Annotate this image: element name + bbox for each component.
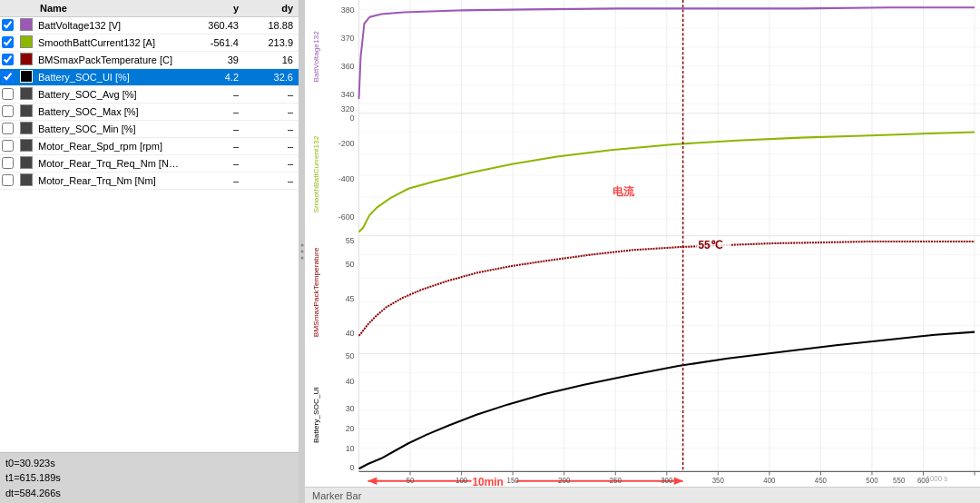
svg-text:BattVoltage132: BattVoltage132 xyxy=(312,31,320,83)
signal-name: Battery_SOC_Avg [%] xyxy=(38,89,179,100)
svg-text:BMSmaxPackTemperature: BMSmaxPackTemperature xyxy=(312,247,320,337)
signal-name: Motor_Rear_Trq_Req_Nm [Nm] xyxy=(38,158,179,169)
header-y: y xyxy=(179,2,242,15)
signal-y-value: – xyxy=(179,141,242,152)
svg-text:-200: -200 xyxy=(338,139,355,148)
svg-text:350: 350 xyxy=(712,477,725,485)
svg-text:400: 400 xyxy=(763,477,776,485)
signal-color-box xyxy=(20,139,33,152)
signal-dy-value: 18.88 xyxy=(242,20,297,31)
table-row[interactable]: SmoothBattCurrent132 [A]-561.4213.9 xyxy=(0,35,299,52)
signal-table: BattVoltage132 [V]360.4318.88SmoothBattC… xyxy=(0,17,299,452)
svg-text:360: 360 xyxy=(341,62,355,71)
svg-text:10min: 10min xyxy=(473,476,504,487)
svg-text:-600: -600 xyxy=(338,212,355,222)
table-header: Name y dy xyxy=(0,0,299,17)
signal-dy-value: – xyxy=(242,106,297,117)
table-row[interactable]: Battery_SOC_Avg [%]–– xyxy=(0,86,299,104)
signal-checkbox[interactable] xyxy=(2,71,14,83)
signal-y-value: – xyxy=(179,175,242,186)
signal-checkbox[interactable] xyxy=(2,54,14,65)
signal-checkbox[interactable] xyxy=(2,174,14,186)
status-panel: t0=30.923s t1=615.189s dt=584.266s xyxy=(0,452,299,504)
header-color xyxy=(20,2,38,15)
signal-dy-value: – xyxy=(242,141,297,152)
svg-text:10: 10 xyxy=(346,443,355,452)
chart-area: 380 370 360 340 320 0 -200 -400 -600 55 … xyxy=(305,0,980,503)
chart-svg-container[interactable]: 380 370 360 340 320 0 -200 -400 -600 55 … xyxy=(305,0,980,487)
signal-color-box xyxy=(20,35,33,48)
signal-checkbox[interactable] xyxy=(2,19,14,31)
signal-name: Battery_SOC_UI [%] xyxy=(38,72,179,83)
signal-checkbox[interactable] xyxy=(2,36,14,48)
signal-dy-value: 16 xyxy=(242,54,297,65)
signal-dy-value: – xyxy=(242,158,297,169)
signal-dy-value: 213.9 xyxy=(242,37,297,48)
signal-color-box xyxy=(20,70,33,83)
signal-color-box xyxy=(20,173,33,186)
table-row[interactable]: Battery_SOC_UI [%]4.232.6 xyxy=(0,69,299,86)
svg-text:30: 30 xyxy=(346,404,355,413)
svg-text:SmoothBattCurrent132: SmoothBattCurrent132 xyxy=(312,135,320,212)
table-row[interactable]: Battery_SOC_Max [%]–– xyxy=(0,104,299,121)
signal-y-value: – xyxy=(179,123,242,134)
svg-text:320: 320 xyxy=(341,104,355,113)
svg-text:50: 50 xyxy=(346,260,355,269)
svg-text:1000 s: 1000 s xyxy=(926,475,947,483)
svg-text:370: 370 xyxy=(341,33,355,42)
svg-text:500: 500 xyxy=(866,477,878,485)
signal-dy-value: – xyxy=(242,89,297,100)
svg-text:55℃: 55℃ xyxy=(699,239,723,252)
table-row[interactable]: Motor_Rear_Trq_Nm [Nm]–– xyxy=(0,173,299,190)
svg-text:340: 340 xyxy=(341,90,355,99)
header-dy: dy xyxy=(242,2,297,15)
header-name: Name xyxy=(38,2,179,15)
header-check xyxy=(2,2,20,15)
signal-color-box xyxy=(20,122,33,134)
signal-dy-value: – xyxy=(242,123,297,134)
svg-text:0: 0 xyxy=(350,463,355,472)
signal-color-box xyxy=(20,156,33,169)
signal-checkbox[interactable] xyxy=(2,88,14,100)
svg-text:50: 50 xyxy=(407,477,415,485)
svg-text:450: 450 xyxy=(815,477,828,485)
signal-name: SmoothBattCurrent132 [A] xyxy=(38,37,179,48)
status-t0: t0=30.923s xyxy=(5,456,293,471)
svg-text:55: 55 xyxy=(346,236,355,245)
svg-text:150: 150 xyxy=(507,477,520,485)
svg-rect-3 xyxy=(305,0,980,487)
table-row[interactable]: BMSmaxPackTemperature [C]3916 xyxy=(0,52,299,69)
signal-checkbox[interactable] xyxy=(2,105,14,117)
marker-bar-label: Marker Bar xyxy=(312,490,361,501)
signal-name: BMSmaxPackTemperature [C] xyxy=(38,54,179,65)
signal-name: Battery_SOC_Max [%] xyxy=(38,106,179,117)
svg-text:300: 300 xyxy=(661,477,673,485)
signal-y-value: 39 xyxy=(179,54,242,65)
svg-point-2 xyxy=(301,257,304,260)
status-t1: t1=615.189s xyxy=(5,470,293,486)
signal-checkbox[interactable] xyxy=(2,140,14,152)
signal-checkbox[interactable] xyxy=(2,123,14,134)
signal-checkbox[interactable] xyxy=(2,157,14,169)
svg-text:-400: -400 xyxy=(338,174,355,183)
signal-y-value: 4.2 xyxy=(179,72,242,83)
signal-y-value: – xyxy=(179,158,242,169)
svg-text:550: 550 xyxy=(893,477,906,485)
signal-y-value: 360.43 xyxy=(179,20,242,31)
svg-text:20: 20 xyxy=(346,424,355,433)
table-row[interactable]: Motor_Rear_Trq_Req_Nm [Nm]–– xyxy=(0,155,299,173)
svg-text:200: 200 xyxy=(558,477,571,485)
signal-name: Battery_SOC_Min [%] xyxy=(38,123,179,134)
table-row[interactable]: Motor_Rear_Spd_rpm [rpm]–– xyxy=(0,138,299,155)
svg-text:250: 250 xyxy=(610,477,622,485)
table-row[interactable]: BattVoltage132 [V]360.4318.88 xyxy=(0,17,299,35)
table-row[interactable]: Battery_SOC_Min [%]–– xyxy=(0,121,299,138)
signal-color-box xyxy=(20,53,33,65)
svg-text:Battery_SOC_UI: Battery_SOC_UI xyxy=(312,387,320,443)
signal-y-value: – xyxy=(179,106,242,117)
svg-point-0 xyxy=(301,244,304,247)
svg-text:0: 0 xyxy=(350,113,355,123)
svg-text:100: 100 xyxy=(456,477,468,485)
signal-name: Motor_Rear_Trq_Nm [Nm] xyxy=(38,175,179,186)
status-dt: dt=584.266s xyxy=(5,486,293,501)
